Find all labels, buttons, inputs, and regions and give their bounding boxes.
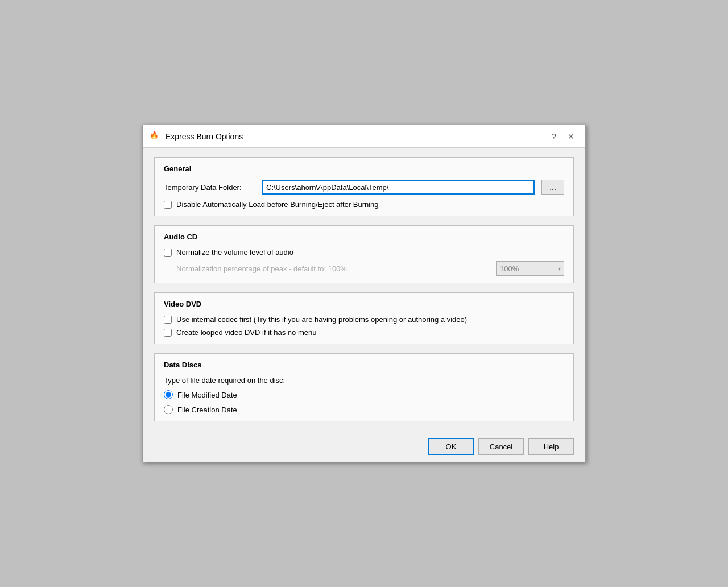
norm-percent-label: Normalization percentage of peak - defau… — [176, 264, 347, 273]
normalization-row: Normalization percentage of peak - defau… — [164, 261, 564, 276]
norm-percent-select-wrapper: 100% 90% 80% 70% ▾ — [496, 261, 564, 276]
video-dvd-section-title: Video DVD — [164, 300, 564, 308]
normalize-row: Normalize the volume level of audio — [164, 248, 564, 257]
radio-modified-row: File Modified Date — [164, 390, 564, 399]
browse-button[interactable]: ... — [541, 180, 564, 195]
looped-video-label[interactable]: Create looped video DVD if it has no men… — [176, 328, 316, 337]
looped-video-checkbox[interactable] — [164, 329, 172, 337]
express-burn-options-dialog: 🔥 Express Burn Options ? ✕ General Tempo… — [142, 125, 586, 462]
close-button[interactable]: ✕ — [564, 129, 578, 144]
file-date-type-label: Type of file date required on the disc: — [164, 376, 564, 385]
dialog-footer: OK Cancel Help — [143, 431, 585, 462]
dialog-title: Express Burn Options — [166, 132, 243, 141]
internal-codec-row: Use internal codec first (Try this if yo… — [164, 315, 564, 324]
internal-codec-checkbox[interactable] — [164, 316, 172, 324]
audio-cd-section: Audio CD Normalize the volume level of a… — [154, 225, 574, 283]
data-discs-section: Data Discs Type of file date required on… — [154, 353, 574, 421]
radio-group: File Modified Date File Creation Date — [164, 390, 564, 414]
radio-creation-label[interactable]: File Creation Date — [177, 406, 237, 414]
title-bar-left: 🔥 Express Burn Options — [150, 131, 243, 142]
looped-video-row: Create looped video DVD if it has no men… — [164, 328, 564, 337]
temp-folder-input[interactable] — [262, 180, 535, 195]
data-discs-section-title: Data Discs — [164, 361, 564, 369]
internal-codec-label[interactable]: Use internal codec first (Try this if yo… — [176, 315, 467, 324]
ok-button[interactable]: OK — [428, 438, 474, 455]
radio-creation[interactable] — [164, 405, 173, 414]
disable-autoload-checkbox[interactable] — [164, 201, 172, 209]
temp-folder-label: Temporary Data Folder: — [164, 183, 255, 192]
radio-modified[interactable] — [164, 390, 173, 399]
normalize-label[interactable]: Normalize the volume level of audio — [176, 248, 293, 257]
general-section: General Temporary Data Folder: ... Disab… — [154, 157, 574, 216]
norm-percent-select[interactable]: 100% 90% 80% 70% — [496, 261, 564, 276]
help-button[interactable]: Help — [528, 438, 574, 455]
radio-creation-row: File Creation Date — [164, 405, 564, 414]
general-section-title: General — [164, 164, 564, 173]
title-bar: 🔥 Express Burn Options ? ✕ — [143, 125, 585, 148]
audio-cd-section-title: Audio CD — [164, 233, 564, 241]
app-icon: 🔥 — [150, 131, 161, 142]
disable-autoload-label[interactable]: Disable Automatically Load before Burnin… — [176, 200, 379, 209]
help-title-button[interactable]: ? — [547, 129, 561, 144]
radio-modified-label[interactable]: File Modified Date — [177, 391, 237, 399]
cancel-button[interactable]: Cancel — [478, 438, 524, 455]
temp-folder-row: Temporary Data Folder: ... — [164, 180, 564, 195]
title-bar-right: ? ✕ — [547, 129, 578, 144]
normalize-checkbox[interactable] — [164, 249, 172, 257]
dialog-body: General Temporary Data Folder: ... Disab… — [143, 148, 585, 431]
video-dvd-section: Video DVD Use internal codec first (Try … — [154, 292, 574, 344]
disable-autoload-row: Disable Automatically Load before Burnin… — [164, 200, 564, 209]
